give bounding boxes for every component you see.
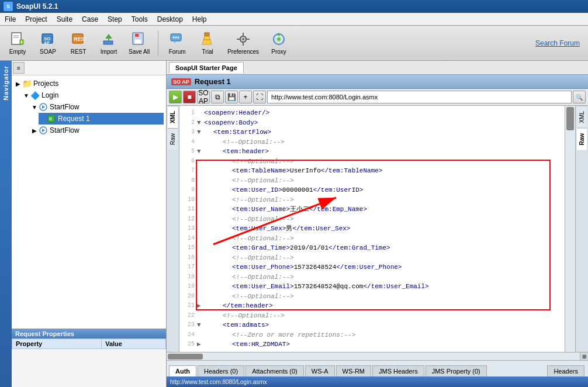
menu-suite[interactable]: Suite (52, 13, 77, 25)
toolbar-proxy[interactable]: Proxy (265, 28, 293, 58)
xml-right-raw-tab[interactable]: Raw (577, 128, 587, 150)
toolbar-import[interactable]: Import (95, 28, 123, 58)
xml-editor-content[interactable]: 1 <soapenv:Header/> 2▼<soapenv:Body> 3▼<… (179, 106, 565, 352)
properties-table: Property Value (12, 338, 166, 349)
tab-starter-page[interactable]: SoapUI Starter Page (169, 62, 244, 73)
svg-point-22 (178, 37, 179, 39)
status-url: http://www.test.com:8080/Login.asmx (170, 379, 267, 385)
xml-right-xml-tab[interactable]: XML (577, 106, 587, 128)
xml-line-1: 1 <soapenv:Header/> (182, 108, 562, 118)
svg-rect-11 (103, 41, 113, 44)
xml-line-22: 22 <!--Optional:--> (182, 311, 562, 321)
tree-startflow2[interactable]: ▶ StartFlow (30, 125, 164, 136)
menu-project[interactable]: Project (20, 13, 51, 25)
tree-login[interactable]: ▼ 🔷 Login (22, 89, 164, 101)
project-tree: ▶ 📁 Projects ▼ 🔷 Login ▼ Star (12, 75, 166, 329)
xml-line-8: 8 <!--Optional:--> (182, 176, 562, 186)
tree-request1[interactable]: R Request 1 (39, 113, 164, 125)
tree-projects-root[interactable]: ▶ 📁 Projects (14, 78, 164, 89)
tab-auth[interactable]: Auth (169, 365, 196, 376)
app-title: SoapUI 5.2.1 (16, 2, 58, 11)
toolbar-rest[interactable]: REST REST (64, 28, 92, 58)
xml-line-18: 18 <!--Optional:--> (182, 272, 562, 282)
copy-button[interactable]: ⧉ (211, 91, 224, 103)
toolbar-forum-label: Forum (169, 49, 186, 55)
tab-headers[interactable]: Headers (0) (198, 365, 244, 376)
url-input[interactable] (267, 91, 572, 103)
toolbar-save-all[interactable]: Save All (125, 28, 153, 58)
svg-rect-28 (243, 43, 244, 46)
toolbar-trial[interactable]: Trial (193, 28, 222, 58)
tree-toggle-sf1[interactable]: ▼ (30, 103, 39, 111)
tab-ws-rm[interactable]: WS-RM (336, 365, 372, 376)
request-header: SO AP Request 1 (167, 75, 588, 89)
content-area: SoapUI Starter Page SO AP Request 1 ▶ ■ … (167, 61, 588, 387)
xml-line-25: 25▶<tem:HR_ZDMDAT> (182, 340, 562, 350)
submit-button[interactable]: SO AP (197, 91, 210, 103)
proxy-icon (271, 31, 287, 47)
folder-icon: 📁 (22, 79, 32, 88)
menu-file[interactable]: File (0, 13, 20, 25)
menu-step[interactable]: Step (103, 13, 127, 25)
xml-line-5: 5▼<tem:header> (182, 147, 562, 157)
title-bar: S SoapUI 5.2.1 (0, 0, 588, 13)
scrollbar-thumb[interactable] (566, 107, 574, 130)
tree-label-sf2: StartFlow (50, 126, 79, 134)
tab-jms-property[interactable]: JMS Property (0) (426, 365, 487, 376)
toolbar-rest-label: REST (71, 49, 87, 55)
xml-vertical-scrollbar[interactable] (565, 106, 575, 352)
menu-tools[interactable]: Tools (127, 13, 153, 25)
svg-rect-17 (135, 34, 139, 37)
toolbar-empty[interactable]: Empty (4, 28, 32, 58)
tab-attachments[interactable]: Attachments (0) (245, 365, 304, 376)
tree-toggle-login[interactable]: ▼ (22, 91, 30, 99)
toolbar-preferences[interactable]: Preferences (224, 28, 262, 58)
svg-marker-12 (105, 34, 112, 39)
props-col-value: Value (102, 339, 166, 349)
menu-help[interactable]: Help (188, 13, 212, 25)
tree-toggle-sf2[interactable]: ▶ (30, 126, 39, 134)
tab-headers-right[interactable]: Headers (547, 365, 584, 376)
toolbar-proxy-label: Proxy (271, 49, 286, 55)
svg-point-26 (242, 38, 244, 40)
nav-menu-button[interactable]: ≡ (13, 62, 25, 74)
starter-tab-bar: SoapUI Starter Page (167, 61, 588, 75)
svg-text:REST: REST (74, 36, 86, 42)
trial-icon (199, 31, 216, 47)
save-request-button[interactable]: 💾 (225, 91, 238, 103)
corner-button[interactable]: ⊞ (580, 353, 588, 361)
menu-case[interactable]: Case (77, 13, 103, 25)
startflow1-icon (39, 102, 48, 112)
xml-tab[interactable]: XML (168, 106, 178, 128)
xml-horizontal-scrollbar[interactable]: ⊞ (167, 352, 588, 360)
tab-jms-headers[interactable]: JMS Headers (372, 365, 424, 376)
raw-tab[interactable]: Raw (168, 128, 178, 150)
request-panel: SO AP Request 1 ▶ ■ SO AP ⧉ 💾 + ⛶ 🔍 (167, 75, 588, 376)
toolbar-trial-label: Trial (202, 49, 213, 55)
xml-line-9: 9 <tem:User_ID>00000001</tem:UserID> (182, 185, 562, 195)
tree-label-req1: Request 1 (58, 115, 90, 123)
tree-startflow1[interactable]: ▼ StartFlow (30, 101, 164, 113)
stop-button[interactable]: ■ (183, 91, 196, 103)
xml-line-23: 23▼<tem:admats> (182, 320, 562, 330)
main-area: Navigator ≡ ▶ 📁 Projects ▼ 🔷 (0, 61, 588, 387)
xml-line-2: 2▼<soapenv:Body> (182, 118, 562, 128)
request-toolbar: ▶ ■ SO AP ⧉ 💾 + ⛶ 🔍 (167, 89, 588, 106)
import-icon (101, 31, 117, 47)
menu-desktop[interactable]: Desktop (153, 13, 188, 25)
search-forum-link[interactable]: Search Forum (535, 39, 584, 47)
toolbar: Empty SOAP SOAP REST REST Import Save Al… (0, 26, 588, 61)
xml-line-17: 17 <tem:User_Phone>15732648524</tem:User… (182, 262, 562, 272)
save-all-icon (131, 31, 147, 47)
h-scrollbar-thumb[interactable] (168, 354, 203, 360)
toolbar-soap[interactable]: SOAP SOAP (34, 28, 62, 58)
toolbar-forum[interactable]: Forum (163, 28, 191, 58)
expand-button[interactable]: ⛶ (253, 91, 266, 103)
run-button[interactable]: ▶ (169, 91, 182, 103)
xml-right-tabs: XML Raw (575, 106, 588, 352)
tree-toggle-projects[interactable]: ▶ (14, 80, 22, 88)
svg-rect-23 (205, 33, 209, 36)
zoom-button[interactable]: 🔍 (573, 91, 586, 103)
add-button[interactable]: + (239, 91, 252, 103)
tab-ws-a[interactable]: WS-A (305, 365, 335, 376)
